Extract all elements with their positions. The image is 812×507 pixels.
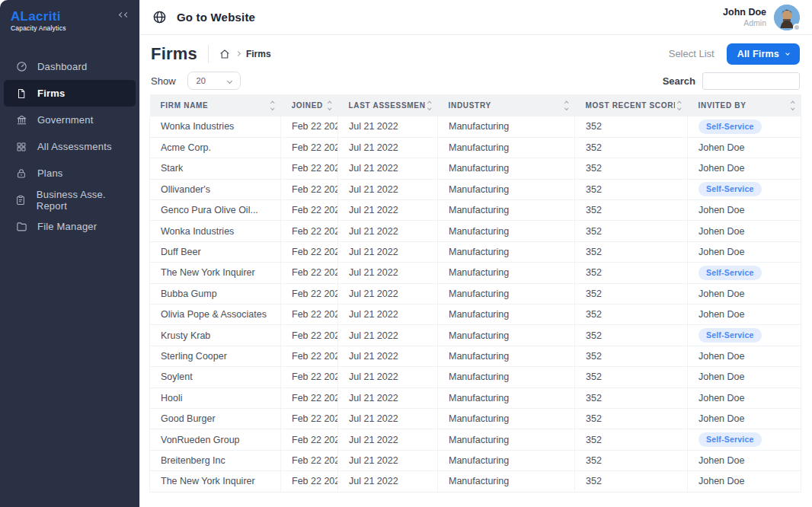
table-row[interactable]: The New York InquirerFeb 22 2021Jul 21 2… [150,263,801,283]
self-service-badge: Self-Service [699,432,762,447]
go-to-website-link[interactable]: Go to Website [152,10,255,24]
table-row[interactable]: Bubba GumpFeb 22 2021Jul 21 2022Manufact… [150,283,801,304]
cell-industry: Manufacturing [438,179,575,199]
table-row[interactable]: VonRueden GroupFeb 22 2021Jul 21 2022Man… [150,429,801,450]
folder-icon [15,221,27,233]
column-label: FIRM NAME [161,101,209,110]
cell-joined: Feb 22 2021 [281,283,338,304]
table-controls: Show 20 Search [140,66,812,94]
sidebar-item-file-manager[interactable]: File Manager [0,213,139,240]
sidebar-item-government[interactable]: Government [0,107,139,133]
column-label: INVITED BY [699,101,746,110]
logo-title: ALacriti [11,10,66,24]
sidebar-item-all-assessments[interactable]: All Assessments [0,133,139,160]
cell-industry: Manufacturing [438,408,575,429]
sidebar-item-firms[interactable]: Firms [4,80,136,107]
home-icon[interactable] [219,49,230,59]
all-firms-dropdown-button[interactable]: All Firms [727,43,800,65]
column-header-firm-name: FIRM NAME [150,94,281,116]
user-menu[interactable]: John Doe Admin [723,5,800,30]
cell-last_assessment: Jul 21 2022 [338,158,438,179]
table-row[interactable]: HooliFeb 22 2021Jul 21 2022Manufacturing… [150,387,801,408]
table-row[interactable]: Good BurgerFeb 22 2021Jul 21 2022Manufac… [150,408,801,429]
sort-icon[interactable] [428,102,431,110]
table-row[interactable]: Ollivander'sFeb 22 2021Jul 21 2022Manufa… [150,179,801,199]
status-dot [793,24,801,31]
cell-industry: Manufacturing [438,116,575,137]
cell-firm: VonRueden Group [150,429,281,450]
cell-industry: Manufacturing [438,137,575,158]
cell-firm: Bubba Gump [150,283,281,304]
cell-joined: Feb 22 2021 [281,116,338,137]
sidebar-item-label: File Manager [37,221,97,232]
self-service-badge: Self-Service [699,266,762,280]
table-row[interactable]: Breitenberg IncFeb 22 2021Jul 21 2022Man… [150,450,801,470]
cell-joined: Feb 22 2021 [281,137,338,158]
cell-firm: Acme Corp. [150,137,281,158]
cell-industry: Manufacturing [438,367,575,387]
cell-joined: Feb 22 2021 [281,241,338,262]
sort-icon[interactable] [678,102,681,110]
sort-icon[interactable] [791,102,794,110]
cell-last_assessment: Jul 21 2022 [338,263,438,283]
cell-firm: Stark [150,158,281,179]
cell-joined: Feb 22 2021 [281,200,338,221]
clipboard-icon [15,194,27,206]
table-row[interactable]: Sterling CooperFeb 22 2021Jul 21 2022Man… [150,346,801,366]
cell-invited_by: Johen Doe [688,158,801,179]
chevron-down-icon [226,78,232,83]
avatar[interactable] [774,5,800,30]
table-row[interactable]: Olivia Pope & AssociatesFeb 22 2021Jul 2… [150,305,801,325]
table-row[interactable]: Duff BeerFeb 22 2021Jul 21 2022Manufactu… [150,241,801,262]
cell-joined: Feb 22 2021 [281,346,338,366]
cell-industry: Manufacturing [438,325,575,346]
sidebar-item-plans[interactable]: Plans [0,160,139,187]
cell-joined: Feb 22 2021 [281,263,338,283]
sidebar-collapse-icon[interactable] [120,13,129,17]
sort-icon[interactable] [565,102,568,110]
cell-score: 352 [575,241,688,262]
sidebar-item-business-asse-report[interactable]: Business Asse. Report [0,187,139,213]
cell-last_assessment: Jul 21 2022 [338,325,438,346]
sidebar-item-label: Plans [37,167,63,179]
column-label: MOST RECENT SCORE [586,101,676,110]
firms-table: FIRM NAMEJOINEDLAST ASSESSMENTINDUSTRYMO… [149,94,801,493]
table-row[interactable]: The New York InquirerFeb 22 2021Jul 21 2… [150,471,801,492]
table-row[interactable]: Wonka IndustriesFeb 22 2021Jul 21 2022Ma… [150,221,801,241]
table-row[interactable]: Wonka IndustriesFeb 22 2021Jul 21 2022Ma… [150,116,801,137]
all-firms-label: All Firms [737,49,779,59]
table-row[interactable]: SoylentFeb 22 2021Jul 21 2022Manufacturi… [150,367,801,387]
table-row[interactable]: Krusty KrabFeb 22 2021Jul 21 2022Manufac… [150,325,801,346]
page-title: Firms [151,44,197,64]
cell-score: 352 [575,471,688,492]
cell-invited_by: Johen Doe [688,200,801,221]
cell-score: 352 [575,325,688,346]
table-row[interactable]: Genco Pura Olive Oil...Feb 22 2021Jul 21… [150,200,801,221]
document-icon [15,88,27,100]
user-name: John Doe [723,7,766,18]
cell-invited_by: Self-Service [688,325,801,346]
sidebar-item-dashboard[interactable]: Dashboard [0,53,139,80]
cell-last_assessment: Jul 21 2022 [338,429,438,450]
sidebar-item-label: Business Asse. Report [37,189,132,212]
cell-industry: Manufacturing [438,158,575,179]
search-input[interactable] [702,72,800,90]
cell-last_assessment: Jul 21 2022 [338,346,438,366]
sort-icon[interactable] [328,102,331,110]
user-role: Admin [723,18,766,27]
column-header-most-recent-score: MOST RECENT SCORE [575,94,688,116]
gauge-icon [15,61,27,73]
divider [208,45,209,63]
column-header-invited-by: INVITED BY [688,94,801,116]
cell-joined: Feb 22 2021 [281,158,338,179]
sort-icon[interactable] [271,102,274,110]
self-service-badge: Self-Service [699,120,762,134]
select-list-label: Select List [669,48,714,59]
cell-score: 352 [575,137,688,158]
cell-firm: Soylent [150,367,281,387]
table-row[interactable]: Acme Corp.Feb 22 2021Jul 21 2022Manufact… [150,137,801,158]
breadcrumb-current: Firms [246,49,271,59]
table-row[interactable]: StarkFeb 22 2021Jul 21 2022Manufacturing… [150,158,801,179]
sidebar-nav: DashboardFirmsGovernmentAll AssessmentsP… [0,53,139,240]
page-size-select[interactable]: 20 [187,72,241,90]
